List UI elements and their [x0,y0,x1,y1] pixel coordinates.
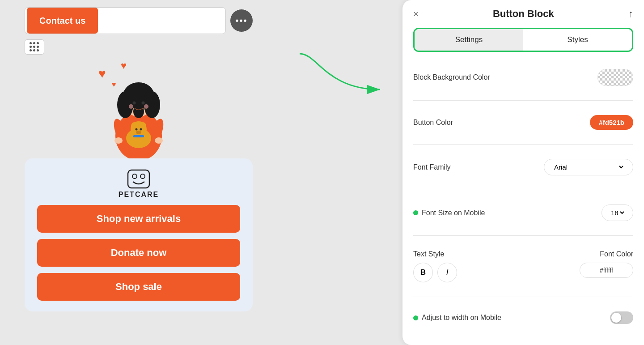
button-color-swatch[interactable]: #fd521b [590,115,633,130]
svg-point-23 [114,137,123,144]
petcare-label: PETCARE [119,191,159,199]
svg-text:♥: ♥ [112,81,116,88]
text-style-buttons: B I [413,263,457,282]
font-size-left: Font Size on Mobile [413,209,485,217]
font-family-label: Font Family [413,163,451,171]
tab-styles[interactable]: Styles [523,29,632,51]
tab-settings[interactable]: Settings [415,29,523,51]
character-illustration: ♥ ♥ ♥ [94,60,183,158]
donate-now-button[interactable]: Donate now [37,239,240,267]
panel-header: × Button Block ↑ [413,8,633,20]
shop-sale-button[interactable]: Shop sale [37,273,240,301]
up-button[interactable]: ↑ [628,8,633,20]
text-style-label: Text Style [413,250,457,258]
more-options-button[interactable]: ••• [230,9,253,32]
arrow-illustration [291,45,389,98]
text-style-left: Text Style B I [413,250,457,282]
contact-wrapper: Contact us [25,7,226,34]
panel-title: Button Block [493,8,554,20]
svg-point-19 [136,128,138,131]
svg-point-27 [140,174,145,179]
contact-bar: Contact us ••• [25,7,253,34]
button-color-label: Button Color [413,119,453,127]
font-size-dropdown[interactable]: 18 14 16 20 22 24 [602,204,633,221]
svg-text:♥: ♥ [121,60,127,71]
bold-button[interactable]: B [413,263,433,282]
block-bg-color-label: Block Background Color [413,73,490,81]
font-family-row: Font Family Arial Helvetica Georgia Time… [413,153,633,182]
font-family-dropdown[interactable]: Arial Helvetica Georgia Times New Roman [544,159,633,175]
svg-point-24 [155,137,163,144]
svg-rect-25 [128,170,149,188]
divider-5 [413,297,633,297]
block-bg-color-swatch[interactable] [597,69,633,86]
italic-button[interactable]: I [437,263,457,282]
more-dots: ••• [235,16,247,26]
svg-point-12 [144,104,148,109]
tab-bar: Settings Styles [413,28,633,52]
mobile-indicator-dot [413,210,418,215]
font-color-swatch[interactable]: #ffffff [580,263,633,278]
blue-card: PETCARE Shop new arrivals Donate now Sho… [25,158,253,311]
adjust-mobile-label: Adjust to width on Mobile [422,314,501,322]
grid-dots-button[interactable] [25,39,44,55]
left-panel: Contact us ••• ♥ ♥ ♥ [0,0,277,345]
svg-text:♥: ♥ [98,67,106,81]
font-size-mobile-label: Font Size on Mobile [422,209,485,217]
close-button[interactable]: × [413,9,419,19]
toggle-knob [611,313,621,323]
shop-new-arrivals-button[interactable]: Shop new arrivals [37,205,240,233]
middle-area [277,0,402,345]
svg-point-11 [129,104,133,109]
divider-4 [413,235,633,236]
svg-rect-22 [133,135,144,137]
text-style-right: Font Color #ffffff [580,250,633,278]
divider-3 [413,190,633,190]
font-color-value: #ffffff [600,267,613,274]
divider-2 [413,144,633,145]
svg-point-9 [133,102,136,105]
petcare-logo: PETCARE [119,169,159,199]
button-color-row: Button Color #fd521b [413,109,633,136]
svg-point-21 [136,131,141,134]
petcare-icon [127,169,150,189]
adjust-mobile-toggle[interactable] [610,311,633,324]
divider-1 [413,100,633,101]
checkerboard-pattern [598,69,633,85]
contact-button[interactable]: Contact us [27,8,98,34]
adjust-mobile-dot [413,315,418,320]
svg-point-26 [132,174,137,179]
font-size-mobile-row: Font Size on Mobile 18 14 16 20 22 24 [413,198,633,227]
illustration-area: ♥ ♥ ♥ [25,60,253,158]
font-family-select[interactable]: Arial Helvetica Georgia Times New Roman [552,163,625,171]
adjust-mobile-left: Adjust to width on Mobile [413,314,501,322]
text-style-row: Text Style B I Font Color #ffffff [413,244,633,289]
right-panel: × Button Block ↑ Settings Styles Block B… [402,0,644,345]
svg-point-20 [140,128,142,131]
font-size-select[interactable]: 18 14 16 20 22 24 [609,209,626,217]
dots-grid-icon [30,42,39,52]
adjust-mobile-row: Adjust to width on Mobile [413,305,633,330]
svg-point-10 [142,102,145,105]
block-bg-color-row: Block Background Color [413,63,633,92]
svg-point-8 [133,105,144,118]
font-color-label: Font Color [600,250,633,258]
